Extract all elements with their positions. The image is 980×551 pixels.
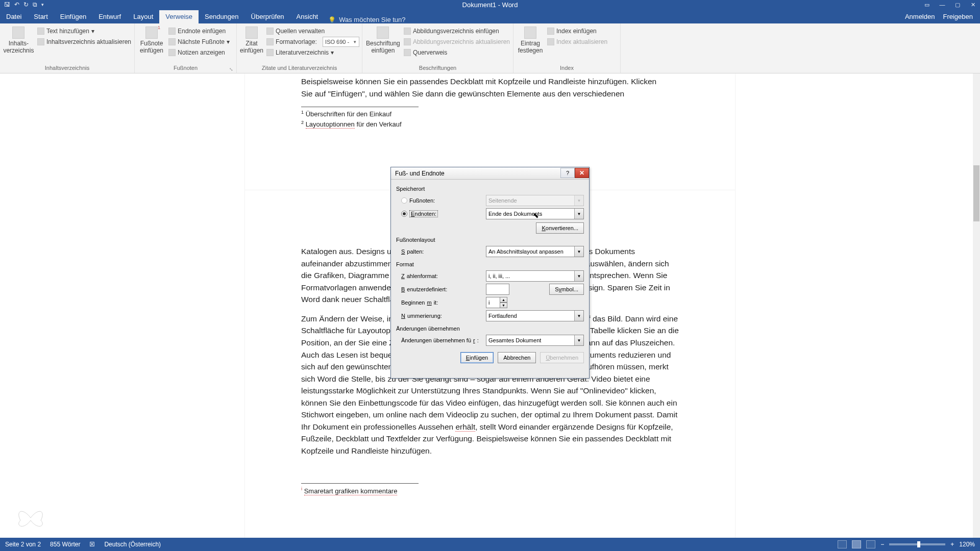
style-icon: [266, 38, 274, 45]
word-count[interactable]: 855 Wörter: [50, 541, 80, 548]
cancel-button[interactable]: Abbrechen: [498, 352, 536, 363]
share-button[interactable]: Freigeben: [943, 13, 973, 20]
insert-button[interactable]: Einfügen: [460, 352, 494, 363]
footnotes-launcher-icon[interactable]: ⤡: [229, 67, 233, 72]
style-value: ISO 690 -: [325, 39, 349, 45]
start-at-input[interactable]: [486, 297, 500, 308]
radio-endnotes-label[interactable]: EEndnoten:ndnoten:: [409, 210, 438, 217]
insert-footnote-button[interactable]: 1Fußnote einfügen: [138, 26, 165, 54]
page-indicator[interactable]: Seite 2 von 2: [5, 541, 41, 548]
next-footnote-button[interactable]: Nächste Fußnote ▾: [168, 37, 230, 46]
manage-sources-button[interactable]: Quellen verwalten: [266, 27, 359, 36]
custom-mark-label: Benutzerdefiniert:: [396, 286, 482, 292]
close-icon[interactable]: ✕: [966, 2, 980, 8]
manage-sources-label: Quellen verwalten: [276, 28, 325, 35]
zoom-knob[interactable]: [917, 541, 920, 547]
bibliography-icon: [266, 49, 274, 56]
qat-more-icon[interactable]: ▾: [41, 2, 44, 7]
dialog-help-icon[interactable]: ?: [560, 168, 575, 178]
update-toc-button[interactable]: Inhaltsverzeichnis aktualisieren: [37, 37, 131, 46]
bibliography-button[interactable]: Literaturverzeichnis ▾: [266, 48, 359, 57]
numbering-combo[interactable]: Fortlaufend▼: [486, 310, 584, 321]
group-label-footnotes: Fußnoten: [174, 65, 198, 71]
next-footnote-label: Nächste Fußnote: [178, 38, 225, 45]
tab-verweise[interactable]: Verweise: [159, 10, 199, 23]
footnotes-position-combo: Seitenende▼: [486, 195, 584, 206]
proofing-icon[interactable]: ☒: [89, 541, 95, 548]
section-layout: Fußnotenlayout: [396, 237, 584, 243]
insert-index-button[interactable]: Index einfügen: [547, 27, 607, 36]
print-layout-icon[interactable]: [852, 540, 861, 548]
titlebar: 🖫 ↶ ↻ ⧉ ▾ Dokument1 - Word ▭ — ▢ ✕: [0, 0, 980, 9]
spin-down-icon[interactable]: ▼: [500, 303, 507, 308]
apply-button: Übernehmen: [540, 352, 584, 363]
insert-caption-button[interactable]: Beschriftung einfügen: [365, 26, 401, 54]
tab-ansicht[interactable]: Ansicht: [290, 10, 325, 23]
tab-ueberpruefen[interactable]: Überprüfen: [245, 10, 290, 23]
combo-value: Fortlaufend: [488, 313, 517, 319]
spin-up-icon[interactable]: ▲: [500, 297, 507, 303]
read-mode-icon[interactable]: [838, 540, 847, 548]
touch-icon[interactable]: ⧉: [33, 1, 37, 8]
signin-link[interactable]: Anmelden: [905, 13, 935, 20]
dialog-titlebar[interactable]: Fuß- und Endnote ? ✕: [391, 167, 589, 180]
zoom-out-icon[interactable]: −: [880, 541, 884, 548]
section-format: Format: [396, 261, 584, 267]
language-indicator[interactable]: Deutsch (Österreich): [104, 541, 161, 548]
tab-sendungen[interactable]: Sendungen: [199, 10, 245, 23]
radio-footnotes-label[interactable]: Fußnoten:: [409, 197, 435, 204]
convert-button[interactable]: Konvertieren...: [536, 222, 584, 234]
zoom-slider[interactable]: [889, 543, 945, 545]
toc-icon: [12, 27, 24, 39]
tab-start[interactable]: Start: [28, 10, 54, 23]
scrollbar-thumb[interactable]: [973, 165, 979, 221]
save-icon[interactable]: 🖫: [4, 1, 10, 8]
symbol-button[interactable]: Symbol...: [549, 284, 584, 295]
citation-icon: [246, 27, 258, 39]
redo-icon[interactable]: ↻: [23, 1, 29, 8]
footnote-1: 1 Überschriften für den Einkauf: [301, 109, 679, 119]
chevron-down-icon: ▼: [353, 40, 357, 44]
tab-entwurf[interactable]: Entwurf: [92, 10, 127, 23]
style-label: Formatvorlage:: [276, 38, 317, 45]
number-format-combo[interactable]: i, ii, iii, ...▼: [486, 270, 584, 282]
show-notes-button[interactable]: Notizen anzeigen: [168, 48, 230, 57]
add-text-icon: [37, 28, 44, 35]
window-controls: ▭ — ▢ ✕: [920, 2, 980, 8]
web-layout-icon[interactable]: [866, 540, 875, 548]
bibliography-label: Literaturverzeichnis: [276, 49, 329, 56]
add-text-button[interactable]: Text hinzufügen ▾: [37, 27, 131, 36]
chevron-down-icon: ▼: [574, 271, 583, 281]
apply-to-combo[interactable]: Gesamtes Dokument▼: [486, 335, 584, 346]
dialog-close-icon[interactable]: ✕: [575, 168, 589, 178]
insert-endnote-button[interactable]: Endnote einfügen: [168, 27, 230, 36]
crossref-button[interactable]: Querverweis: [404, 48, 510, 57]
ribbon-options-icon[interactable]: ▭: [920, 2, 934, 8]
radio-endnotes[interactable]: [401, 211, 407, 217]
tell-me-box[interactable]: 💡Was möchten Sie tun?: [328, 16, 405, 23]
tab-datei[interactable]: Datei: [0, 10, 28, 23]
undo-icon[interactable]: ↶: [14, 1, 19, 8]
insert-citation-button[interactable]: Zitat einfügen: [240, 26, 263, 54]
style-select[interactable]: ISO 690 -▼: [323, 37, 359, 47]
update-index-icon: [547, 38, 554, 45]
vertical-scrollbar[interactable]: [973, 73, 980, 538]
start-at-spinner[interactable]: ▲▼: [486, 297, 507, 308]
zoom-level[interactable]: 120%: [959, 541, 975, 548]
misspelled-word: Layoutoptionnen: [306, 120, 355, 129]
toc-button[interactable]: Inhalts- verzeichnis: [3, 26, 34, 54]
chevron-down-icon: ▼: [574, 335, 583, 345]
style-combo[interactable]: Formatvorlage: ISO 690 -▼: [266, 37, 359, 46]
mark-entry-button[interactable]: Eintrag festlegen: [517, 26, 544, 54]
maximize-icon[interactable]: ▢: [950, 2, 965, 8]
radio-footnotes[interactable]: [401, 197, 407, 204]
tab-einfuegen[interactable]: Einfügen: [54, 10, 92, 23]
insert-figures-button[interactable]: Abbildungsverzeichnis einfügen: [404, 27, 510, 36]
columns-combo[interactable]: An Abschnittslayout anpassen▼: [486, 246, 584, 257]
zoom-in-icon[interactable]: +: [950, 541, 954, 548]
mark-entry-icon: [524, 27, 536, 39]
minimize-icon[interactable]: —: [935, 2, 949, 8]
custom-mark-input[interactable]: [486, 284, 509, 295]
update-toc-label: Inhaltsverzeichnis aktualisieren: [46, 38, 131, 45]
tab-layout[interactable]: Layout: [127, 10, 159, 23]
